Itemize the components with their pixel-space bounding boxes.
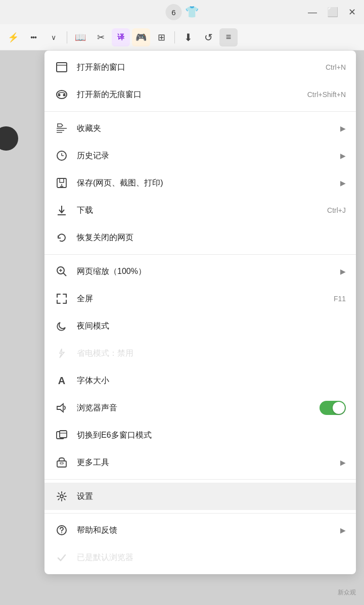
history-label: 历史记录 — [77, 151, 336, 161]
menu-item-night-mode[interactable]: 夜间模式 — [44, 312, 356, 340]
browser-sound-icon — [55, 401, 69, 415]
power-mode-label: 省电模式：禁用 — [77, 348, 346, 359]
game-button[interactable]: 🎮 — [132, 28, 150, 46]
browser-sound-label: 浏览器声音 — [77, 403, 320, 413]
downloads-label: 下载 — [77, 205, 327, 216]
download-icon: ⬇ — [184, 31, 193, 43]
fullscreen-shortcut: F11 — [334, 295, 346, 303]
menu-item-default-browser: 已是默认浏览器 — [44, 544, 356, 571]
restore-tabs-icon — [55, 230, 69, 245]
history-icon — [55, 149, 69, 163]
translate-button[interactable]: 译 — [112, 28, 130, 46]
menu-item-incognito[interactable]: 打开新的无痕窗口 Ctrl+Shift+N — [44, 81, 356, 108]
translate-icon: 译 — [117, 33, 124, 42]
toolbar-divider-1 — [67, 31, 67, 43]
multi-window-icon — [55, 428, 69, 442]
titlebar-shirt-icon: 👕 — [185, 6, 199, 19]
font-size-label: 字体大小 — [77, 376, 346, 386]
menu-item-settings[interactable]: 设置 — [44, 483, 356, 510]
help-label: 帮助和反馈 — [77, 525, 336, 536]
bookmarks-label: 收藏夹 — [77, 123, 336, 134]
more-tools-icon — [55, 455, 69, 470]
restore-tabs-label: 恢复关闭的网页 — [77, 232, 346, 243]
menu-item-new-window[interactable]: 打开新的窗口 Ctrl+N — [44, 54, 356, 81]
dropdown-menu: 打开新的窗口 Ctrl+N 打开新的无痕窗口 Ctrl+Shift+N — [44, 51, 356, 574]
toolbar-divider-2 — [174, 31, 175, 43]
night-mode-label: 夜间模式 — [77, 321, 346, 332]
new-window-icon — [55, 60, 69, 74]
incognito-shortcut: Ctrl+Shift+N — [307, 90, 346, 99]
menu-section-browse: 收藏夹 ▶ 历史记录 ▶ 保存 — [44, 112, 356, 255]
book-button[interactable]: 📖 — [71, 28, 89, 46]
bookmarks-arrow: ▶ — [340, 124, 346, 132]
book-icon: 📖 — [75, 32, 86, 43]
menu-item-zoom[interactable]: 网页缩放（100%） ▶ — [44, 258, 356, 285]
grid-button[interactable]: ⊞ — [152, 28, 170, 46]
more-button[interactable]: ••• — [24, 28, 42, 46]
svg-point-27 — [61, 532, 62, 533]
menu-item-bookmarks[interactable]: 收藏夹 ▶ — [44, 115, 356, 142]
title-bar-controls: — ⬜ ✕ — [308, 7, 356, 18]
menu-item-multi-window[interactable]: 切换到E6多窗口模式 — [44, 422, 356, 449]
menu-item-fullscreen[interactable]: 全屏 F11 — [44, 285, 356, 312]
settings-icon — [55, 489, 69, 503]
more-tools-arrow: ▶ — [340, 458, 346, 467]
undo-icon: ↺ — [204, 31, 213, 43]
chevron-down-icon: ∨ — [51, 33, 56, 41]
title-bar: 6 👕 — ⬜ ✕ — [0, 0, 364, 24]
tab-count-badge[interactable]: 6 — [166, 4, 182, 20]
watermark: 新众观 — [338, 588, 356, 597]
incognito-icon — [55, 87, 69, 102]
settings-label: 设置 — [77, 491, 346, 502]
close-button[interactable]: ✕ — [348, 7, 356, 18]
menu-item-browser-sound[interactable]: 浏览器声音 — [44, 394, 356, 422]
menu-item-power-mode: 省电模式：禁用 — [44, 340, 356, 367]
more-tools-label: 更多工具 — [77, 457, 336, 468]
toggle-knob — [333, 402, 345, 414]
power-mode-icon — [55, 346, 69, 360]
svg-point-25 — [60, 495, 63, 498]
dropdown-button[interactable]: ∨ — [44, 28, 63, 46]
help-icon — [55, 523, 69, 537]
svg-line-16 — [63, 273, 66, 276]
bookmarks-icon — [55, 121, 69, 135]
menu-section-view: 网页缩放（100%） ▶ 全屏 F11 夜间模式 — [44, 255, 356, 480]
incognito-label: 打开新的无痕窗口 — [77, 89, 307, 100]
svg-rect-0 — [57, 63, 67, 72]
new-window-label: 打开新的窗口 — [77, 62, 326, 73]
save-arrow: ▶ — [340, 179, 346, 187]
font-size-icon: A — [55, 374, 69, 388]
browser-sound-toggle[interactable] — [320, 401, 346, 415]
svg-rect-24 — [60, 462, 63, 464]
svg-marker-19 — [57, 404, 63, 412]
menu-item-font-size[interactable]: A 字体大小 — [44, 367, 356, 394]
game-icon: 🎮 — [135, 32, 147, 43]
history-arrow: ▶ — [340, 152, 346, 160]
undo-button[interactable]: ↺ — [199, 28, 217, 46]
menu-item-more-tools[interactable]: 更多工具 ▶ — [44, 449, 356, 476]
night-mode-icon — [55, 319, 69, 333]
new-window-shortcut: Ctrl+N — [326, 63, 346, 71]
menu-item-save[interactable]: 保存(网页、截图、打印) ▶ — [44, 169, 356, 197]
scissors-icon: ✂ — [97, 32, 105, 43]
restore-button[interactable]: ⬜ — [327, 7, 338, 18]
zoom-label: 网页缩放（100%） — [77, 266, 336, 277]
menu-button[interactable]: ≡ — [219, 28, 238, 46]
minimize-button[interactable]: — — [308, 7, 317, 18]
default-browser-icon — [55, 550, 69, 565]
more-icon: ••• — [30, 33, 36, 41]
fullscreen-icon — [55, 292, 69, 306]
multi-window-label: 切换到E6多窗口模式 — [77, 430, 346, 441]
save-label: 保存(网页、截图、打印) — [77, 178, 336, 189]
lightning-button[interactable]: ⚡ — [4, 28, 22, 46]
menu-section-settings: 设置 — [44, 480, 356, 514]
download-toolbar-button[interactable]: ⬇ — [179, 28, 197, 46]
scissors-button[interactable]: ✂ — [92, 28, 110, 46]
zoom-arrow: ▶ — [340, 267, 346, 275]
menu-section-new: 打开新的窗口 Ctrl+N 打开新的无痕窗口 Ctrl+Shift+N — [44, 51, 356, 112]
fullscreen-label: 全屏 — [77, 294, 334, 304]
menu-item-restore-tabs[interactable]: 恢复关闭的网页 — [44, 224, 356, 251]
menu-item-help[interactable]: 帮助和反馈 ▶ — [44, 517, 356, 544]
menu-item-downloads[interactable]: 下载 Ctrl+J — [44, 197, 356, 224]
menu-item-history[interactable]: 历史记录 ▶ — [44, 142, 356, 169]
